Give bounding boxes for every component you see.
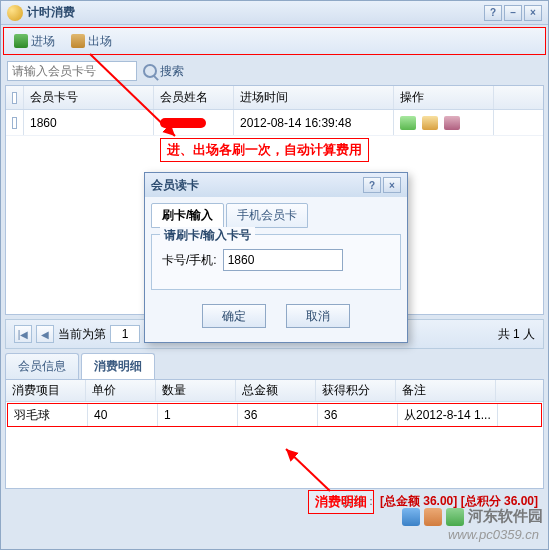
drow-price: 40	[88, 404, 158, 426]
dcol-price[interactable]: 单价	[86, 380, 156, 401]
col-op[interactable]: 操作	[394, 86, 494, 109]
cancel-button[interactable]: 取消	[286, 304, 350, 328]
dcol-points[interactable]: 获得积分	[316, 380, 396, 401]
op-print-icon[interactable]	[422, 116, 438, 130]
dcol-item[interactable]: 消费项目	[6, 380, 86, 401]
dialog-title: 会员读卡	[151, 177, 199, 194]
checkbox-header[interactable]	[6, 86, 24, 109]
page-input[interactable]	[110, 325, 140, 343]
drow-amount: 36	[238, 404, 318, 426]
ok-button[interactable]: 确定	[202, 304, 266, 328]
tab-consume-detail[interactable]: 消费明细	[81, 353, 155, 379]
detail-row[interactable]: 羽毛球 40 1 36 36 从2012-8-14 1...	[7, 403, 542, 427]
search-icon	[143, 64, 157, 78]
row-name	[154, 110, 234, 135]
card-dialog: 会员读卡 ? × 刷卡/输入 手机会员卡 请刷卡/输入卡号 卡号/手机: 确定 …	[144, 172, 408, 343]
redacted-name	[160, 118, 206, 128]
op-edit-icon[interactable]	[400, 116, 416, 130]
toolbar: 进场 出场	[3, 27, 546, 55]
dialog-titlebar: 会员读卡 ? ×	[145, 173, 407, 197]
col-name[interactable]: 会员姓名	[154, 86, 234, 109]
app-icon	[7, 5, 23, 21]
minimize-button[interactable]: –	[504, 5, 522, 21]
op-delete-icon[interactable]	[444, 116, 460, 130]
dialog-legend: 请刷卡/输入卡号	[160, 227, 255, 244]
exit-button[interactable]: 出场	[67, 31, 116, 52]
enter-button[interactable]: 进场	[10, 31, 59, 52]
drow-points: 36	[318, 404, 398, 426]
prev-page-button[interactable]: ◀	[36, 325, 54, 343]
annotation-swipe: 进、出场各刷一次，自动计算费用	[160, 138, 369, 162]
wm-icon-3	[446, 508, 464, 526]
dcol-amount[interactable]: 总金额	[236, 380, 316, 401]
watermark-text: 河东软件园	[468, 507, 543, 526]
col-card[interactable]: 会员卡号	[24, 86, 154, 109]
dcol-qty[interactable]: 数量	[156, 380, 236, 401]
drow-remark: 从2012-8-14 1...	[398, 404, 498, 426]
row-time: 2012-08-14 16:39:48	[234, 110, 394, 135]
wm-icon-1	[402, 508, 420, 526]
row-checkbox[interactable]	[6, 110, 24, 135]
window-title: 计时消费	[27, 4, 75, 21]
totals-points: [总积分 36.00]	[461, 494, 538, 508]
first-page-button[interactable]: |◀	[14, 325, 32, 343]
search-label: 搜索	[160, 63, 184, 80]
row-card: 1860	[24, 110, 154, 135]
enter-icon	[14, 34, 28, 48]
search-input[interactable]	[7, 61, 137, 81]
dialog-close-button[interactable]: ×	[383, 177, 401, 193]
dcol-remark[interactable]: 备注	[396, 380, 496, 401]
drow-item: 羽毛球	[8, 404, 88, 426]
enter-label: 进场	[31, 33, 55, 50]
dialog-fieldset: 请刷卡/输入卡号 卡号/手机:	[151, 234, 401, 290]
detail-table: 消费项目 单价 数量 总金额 获得积分 备注 羽毛球 40 1 36 36 从2…	[5, 379, 544, 489]
table-row[interactable]: 1860 2012-08-14 16:39:48	[6, 110, 543, 136]
dialog-tab-mobile[interactable]: 手机会员卡	[226, 203, 308, 228]
close-button[interactable]: ×	[524, 5, 542, 21]
card-field-label: 卡号/手机:	[162, 252, 217, 269]
main-titlebar: 计时消费 ? – ×	[1, 1, 548, 25]
pager-label: 当前为第	[58, 326, 106, 343]
dialog-help-button[interactable]: ?	[363, 177, 381, 193]
watermark-url: www.pc0359.cn	[448, 527, 539, 542]
pager-total: 共 1 人	[498, 326, 535, 343]
watermark: 河东软件园	[402, 507, 543, 526]
card-input[interactable]	[223, 249, 343, 271]
help-button[interactable]: ?	[484, 5, 502, 21]
annotation-detail: 消费明细	[308, 490, 374, 514]
dialog-tab-swipe[interactable]: 刷卡/输入	[151, 203, 224, 228]
exit-label: 出场	[88, 33, 112, 50]
totals-amount: [总金额 36.00]	[380, 494, 457, 508]
drow-qty: 1	[158, 404, 238, 426]
tab-member-info[interactable]: 会员信息	[5, 353, 79, 379]
search-button[interactable]: 搜索	[143, 63, 184, 80]
col-time[interactable]: 进场时间	[234, 86, 394, 109]
exit-icon	[71, 34, 85, 48]
wm-icon-2	[424, 508, 442, 526]
row-ops	[394, 110, 494, 135]
